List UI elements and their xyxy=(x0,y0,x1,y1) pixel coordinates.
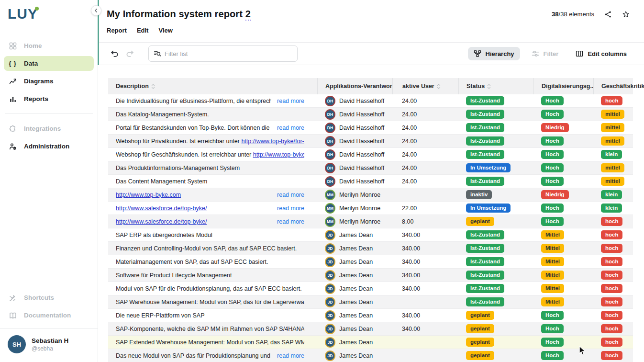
status-badge-cell: geplant xyxy=(458,215,533,228)
kritikalitaet-badge: mittel xyxy=(601,110,624,119)
digitalisierung-badge-cell: Hoch xyxy=(533,309,593,322)
digitalisierung-badge-cell: Mittel xyxy=(533,228,593,241)
luy-logo[interactable]: LUY xyxy=(8,6,38,22)
column-header-description[interactable]: Description xyxy=(108,78,317,94)
table-row[interactable]: Die Individuallösung für eBusiness-Platt… xyxy=(108,94,633,108)
table-row[interactable]: SAP-Komponente, welche die SAP MM im Rah… xyxy=(108,322,633,336)
description-text: Webshop für Geschäftskunden. Ist erreich… xyxy=(116,151,304,158)
read-more-link[interactable]: read more xyxy=(277,218,304,225)
column-header-aktive-user[interactable]: aktive User xyxy=(392,78,458,94)
description-link[interactable]: http://www.top-byke/for-you/ xyxy=(241,138,304,145)
column-header-digitalisierungsgrad[interactable]: Digitalisierungsg... xyxy=(533,78,593,94)
digitalisierung-badge: Hoch xyxy=(541,204,564,213)
table-row[interactable]: http://www.top-byke.comread moreMMMerily… xyxy=(108,188,633,202)
menu-edit[interactable]: Edit xyxy=(137,27,149,34)
table-row[interactable]: http://www.salesforce.de/top-byke/read m… xyxy=(108,215,633,228)
table-row[interactable]: Das Produktinformations-Management Syste… xyxy=(108,161,633,175)
description-text: Die Individuallösung für eBusiness-Platt… xyxy=(116,98,271,104)
description-text: Das Katalog-Management-System. xyxy=(116,111,209,118)
avatar: JD xyxy=(325,257,335,267)
sidebar-item-label: Home xyxy=(24,42,42,49)
digitalisierung-badge-cell: Hoch xyxy=(533,94,593,107)
menu-view[interactable]: View xyxy=(158,27,172,34)
undo-icon[interactable] xyxy=(110,50,119,58)
table-row[interactable]: http://www.salesforce.de/top-byke/read m… xyxy=(108,202,633,215)
status-badge-cell: Ist-Zustand xyxy=(458,175,533,188)
sidebar-item-administration[interactable]: Administration xyxy=(4,139,94,154)
description-text: SAP Warehouse Management: Modul von SAP,… xyxy=(116,299,304,305)
description-cell: SAP Warehouse Management: Modul von SAP,… xyxy=(108,295,317,308)
column-header-applikations-verantwortlicher[interactable]: Applikations-Verantwort... xyxy=(317,78,392,94)
table-row[interactable]: Das Content Management SystemDHDavid Has… xyxy=(108,175,633,188)
table-row[interactable]: Finanzen und Controlling-Modul von SAP, … xyxy=(108,242,633,255)
kritikalitaet-badge-cell: klein xyxy=(593,188,633,201)
column-header-geschaeftskritikalitaet[interactable]: Geschäftskritik xyxy=(593,78,633,94)
description-link[interactable]: http://www.top-byke/business/ xyxy=(253,151,304,158)
table-row[interactable]: SAP Extended Warehouse Management: Modul… xyxy=(108,336,633,349)
digitalisierung-badge: Hoch xyxy=(541,96,564,105)
title-number[interactable]: 2 xyxy=(245,9,251,21)
menu-report[interactable]: Report xyxy=(107,27,127,34)
description-link[interactable]: http://www.salesforce.de/top-byke/ xyxy=(116,218,207,225)
hierarchy-button[interactable]: Hierarchy xyxy=(468,47,520,60)
table-row[interactable]: Die neue ERP-Plattform von SAPJDJames De… xyxy=(108,309,633,322)
digitalisierung-badge-cell: Niedrig xyxy=(533,121,593,134)
edit-columns-button[interactable]: Edit columns xyxy=(570,47,633,60)
read-more-link[interactable]: read more xyxy=(277,192,304,198)
status-badge: Ist-Zustand xyxy=(466,257,504,266)
user-profile[interactable]: SH Sebastian H @sebha xyxy=(0,329,98,362)
status-badge: Ist-Zustand xyxy=(466,177,504,186)
description-link[interactable]: http://www.top-byke.com xyxy=(116,192,181,198)
table-row[interactable]: SAP Warehouse Management: Modul von SAP,… xyxy=(108,295,633,309)
digitalisierung-badge: Hoch xyxy=(541,324,564,333)
owner-cell: DHDavid Hasselhoff xyxy=(317,108,392,121)
table-row[interactable]: Webshop für Geschäftskunden. Ist erreich… xyxy=(108,148,633,161)
table-row[interactable]: Das Katalog-Management-System.DHDavid Ha… xyxy=(108,108,633,121)
owner-name: James Dean xyxy=(339,245,373,252)
avatar: DH xyxy=(325,123,335,133)
digitalisierung-badge: Mittel xyxy=(541,297,564,306)
description-text: http://www.salesforce.de/top-byke/ xyxy=(116,218,207,225)
active-user-cell: 340.00 xyxy=(392,228,458,241)
read-more-link[interactable]: read more xyxy=(277,98,304,104)
star-icon[interactable] xyxy=(622,11,630,18)
sidebar-collapse-button[interactable] xyxy=(91,5,101,16)
share-icon[interactable] xyxy=(604,11,612,18)
description-cell: Finanzen und Controlling-Modul von SAP, … xyxy=(108,242,317,255)
table-row[interactable]: Materialmanagement von SAP, das auf SAP … xyxy=(108,255,633,269)
digitalisierung-badge-cell: Mittel xyxy=(533,255,593,268)
table-row[interactable]: Portal für Bestandskunden von Top-Byke. … xyxy=(108,121,633,135)
table-row[interactable]: Webshop für Privatkunden. Ist erreichbar… xyxy=(108,135,633,148)
avatar: JD xyxy=(325,297,335,307)
status-badge-cell: geplant xyxy=(458,336,533,349)
description-text: Portal für Bestandskunden von Top-Byke. … xyxy=(116,124,271,131)
digitalisierung-badge-cell: Hoch xyxy=(533,108,593,121)
kritikalitaet-badge: hoch xyxy=(601,284,622,293)
filter-button[interactable]: Filter xyxy=(526,47,565,60)
table-row[interactable]: Modul von SAP für die Produktionsplanung… xyxy=(108,282,633,295)
sidebar-item-reports[interactable]: Reports xyxy=(4,91,94,106)
active-user-cell: 24.00 xyxy=(392,148,458,161)
sidebar-item-data[interactable]: { }Data xyxy=(4,56,94,71)
table-row[interactable]: Das neue Modul von SAP das für Produktio… xyxy=(108,349,633,362)
nav-divider xyxy=(5,113,93,114)
table-row[interactable]: SAP ERP als übergeordnetes ModulJDJames … xyxy=(108,228,633,242)
column-header-status[interactable]: Status xyxy=(458,78,533,94)
avatar: MM xyxy=(325,190,335,200)
filter-list-input[interactable] xyxy=(165,50,292,57)
column-label: Description xyxy=(116,83,149,90)
redo-icon[interactable] xyxy=(125,50,134,58)
read-more-link[interactable]: read more xyxy=(277,124,304,131)
avatar: MM xyxy=(325,203,335,214)
table-row[interactable]: Software für Product Lifecycle Managemen… xyxy=(108,269,633,282)
sidebar-item-diagrams[interactable]: Diagrams xyxy=(4,74,94,89)
description-link[interactable]: http://www.salesforce.de/top-byke/ xyxy=(116,205,207,212)
read-more-link[interactable]: read more xyxy=(277,352,304,359)
kritikalitaet-badge-cell: hoch xyxy=(593,94,633,107)
active-user-cell: 24.00 xyxy=(392,121,458,134)
read-more-link[interactable]: read more xyxy=(277,205,304,212)
status-badge: In Umsetzung xyxy=(466,204,511,213)
avatar: DH xyxy=(325,136,335,147)
owner-cell: DHDavid Hasselhoff xyxy=(317,94,392,107)
sidebar-item-integrations: Integrations xyxy=(4,121,94,136)
